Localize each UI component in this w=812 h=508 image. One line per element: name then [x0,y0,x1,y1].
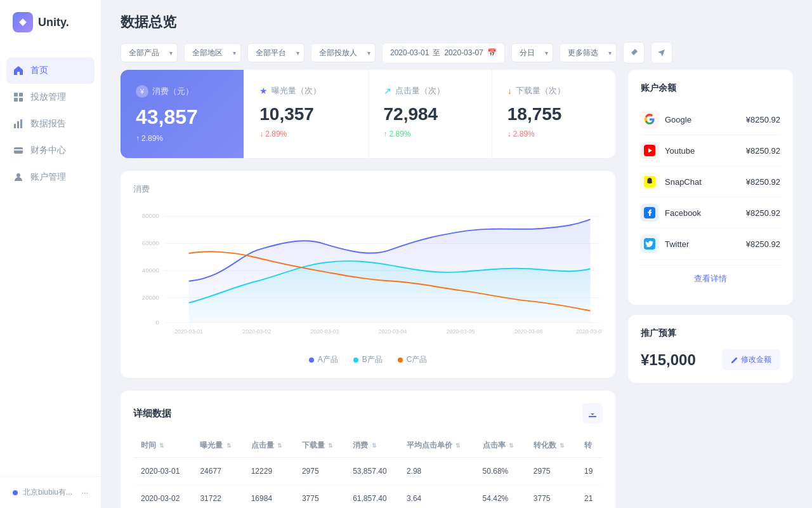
budget-title: 推广预算 [641,328,780,339]
metric-cards: ¥ 消费（元） 43,857 ↑ 2.89% ★ 曝光量（次） 10,357 [121,70,615,158]
table-row: 2020-03-01 24677 12229 2975 53,857.40 2.… [133,458,603,485]
click-label: ↗ 点击量（次） [384,85,476,97]
col-ctr: 点击率 ⇅ [475,434,526,458]
date-start: 2020-03-01 [390,48,429,57]
account-section: 账户余额 Google ¥8250.92 [628,70,793,305]
sort-icon-ctr[interactable]: ⇅ [509,443,514,449]
svg-text:60000: 60000 [142,239,160,246]
svg-point-9 [16,173,20,177]
chart-container: 80000 60000 40000 20000 0 2020-03-01 [133,205,603,347]
sidebar-item-home[interactable]: 首页 [6,57,95,84]
advertiser-filter[interactable]: 全部投放人 [311,43,376,62]
user-status-dot [13,490,18,495]
filter-bar: 全部产品 全部地区 全部平台 全部投放人 2020-03-01 至 [121,42,793,64]
download-arrow: ↓ [508,130,511,138]
legend-dot-c [398,358,403,363]
impression-label: ★ 曝光量（次） [259,85,352,97]
cell-click-2: 16984 [244,485,294,509]
product-filter[interactable]: 全部产品 [121,43,178,62]
svg-text:2020-03-04: 2020-03-04 [379,329,407,335]
view-detail-button[interactable]: 查看详情 [641,265,780,292]
cell-cost-2: 61,857.40 [345,485,399,509]
svg-text:20000: 20000 [142,294,160,301]
sort-icon-conversion[interactable]: ⇅ [560,443,565,449]
download-label: ↓ 下载量（次） [508,85,600,97]
svg-text:2020-03-03: 2020-03-03 [310,329,339,335]
facebook-logo [641,204,658,222]
sort-icon-click[interactable]: ⇅ [277,443,282,449]
table-body: 2020-03-01 24677 12229 2975 53,857.40 2.… [133,458,603,509]
download-change: ↓ 2.89% [508,130,600,138]
cell-convert-2: 21 [577,485,603,509]
main-content: 数据总览 全部产品 全部地区 全部平台 全部投放人 [102,0,812,508]
nav-items: 首页 投放管理 数据报告 [0,44,101,476]
more-options-icon[interactable]: ··· [81,488,88,497]
sidebar-item-finance-label: 财务中心 [30,145,66,156]
download-value: 18,755 [508,104,600,124]
click-value: 72,984 [384,104,476,124]
metric-card-impression: ★ 曝光量（次） 10,357 ↓ 2.89% [244,70,368,158]
twitter-amount: ¥8250.92 [746,239,780,249]
more-filter[interactable]: 更多筛选 [560,43,617,62]
legend-b: B产品 [353,354,383,365]
cell-impression-1: 24677 [192,458,243,485]
cell-download-2: 3775 [294,485,345,509]
date-unit-filter[interactable]: 分日 [511,43,553,62]
user-icon [13,171,24,183]
send-button[interactable] [651,42,672,64]
logo-text: Unity. [38,16,69,29]
platform-left-youtube: Youtube [641,142,695,159]
col-avg-cpc: 平均点击单价 ⇅ [399,434,475,458]
legend-dot-b [353,358,358,363]
cost-value: 43,857 [136,105,228,129]
sidebar-item-account[interactable]: 账户管理 [0,164,101,190]
pin-button[interactable] [623,42,645,64]
sort-icon-download[interactable]: ⇅ [328,443,333,449]
cell-conversion-1: 2975 [526,458,577,485]
cell-download-1: 2975 [294,458,345,485]
cell-date-2: 2020-03-02 [133,485,192,509]
region-filter[interactable]: 全部地区 [184,43,241,62]
cell-date-1: 2020-03-01 [133,458,192,485]
cell-avg-cpc-1: 2.98 [399,458,475,485]
logo: Unity. [0,0,101,44]
account-title: 账户余额 [641,83,780,94]
col-download: 下载量 ⇅ [294,434,345,458]
platform-filter[interactable]: 全部平台 [247,43,304,62]
cost-change: ↑ 2.89% [136,134,228,143]
calendar-icon: 📅 [487,48,497,57]
sidebar-item-finance[interactable]: 财务中心 [0,137,101,164]
twitter-logo [641,235,658,253]
date-range-filter[interactable]: 2020-03-01 至 2020-03-07 📅 [382,43,505,64]
download-button[interactable] [582,403,603,424]
sort-icon-impression[interactable]: ⇅ [226,443,232,449]
svg-text:40000: 40000 [142,267,160,274]
metric-card-download: ↓ 下载量（次） 18,755 ↓ 2.89% [492,70,615,158]
sidebar-item-ad-manage[interactable]: 投放管理 [0,84,101,110]
svg-rect-2 [14,98,18,102]
impression-icon: ★ [259,86,268,96]
legend-a: A产品 [309,354,338,365]
credit-card-icon [13,145,24,156]
col-time: 时间 ⇅ [133,434,192,458]
platform-left-twitter: Twitter [641,235,689,253]
google-name: Google [665,115,691,124]
sort-icon-avg-cpc[interactable]: ⇅ [455,443,461,449]
cell-ctr-2: 54.42% [475,485,526,509]
edit-budget-button[interactable]: 修改金额 [722,349,780,370]
svg-text:80000: 80000 [142,212,160,219]
snapchat-amount: ¥8250.92 [746,177,780,187]
sidebar-item-data-report[interactable]: 数据报告 [0,110,101,137]
sort-icon-time[interactable]: ⇅ [159,443,164,449]
user-name: 北京biubiu有... [23,487,72,498]
svg-text:2020-03-07: 2020-03-07 [576,329,603,335]
detail-table: 时间 ⇅ 曝光量 ⇅ 点击量 ⇅ 下载量 ⇅ 消费 ⇅ 平均点击单价 ⇅ 点击率… [133,434,603,508]
table-header-row: 时间 ⇅ 曝光量 ⇅ 点击量 ⇅ 下载量 ⇅ 消费 ⇅ 平均点击单价 ⇅ 点击率… [133,434,603,458]
page-title: 数据总览 [121,13,793,32]
col-click: 点击量 ⇅ [244,434,294,458]
sidebar-item-home-label: 首页 [30,65,48,76]
platform-row-youtube: Youtube ¥8250.92 [641,135,780,166]
sort-icon-cost[interactable]: ⇅ [372,443,377,449]
twitter-name: Twitter [665,239,689,249]
top-header: 数据总览 全部产品 全部地区 全部平台 全部投放人 [102,0,812,70]
